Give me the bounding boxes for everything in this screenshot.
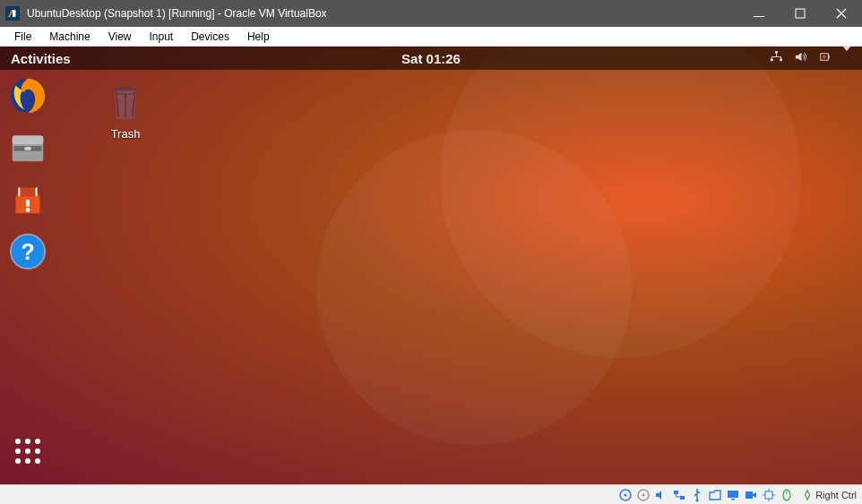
clock-label[interactable]: Sat 01:26 — [401, 51, 461, 66]
minimize-button[interactable] — [738, 0, 780, 27]
ubuntu-dock: ? — [0, 70, 56, 484]
close-button[interactable] — [821, 0, 862, 27]
dock-software[interactable] — [7, 179, 48, 220]
status-processor-icon[interactable] — [762, 488, 776, 502]
status-usb-icon[interactable] — [690, 488, 704, 502]
svg-rect-2 — [796, 9, 805, 18]
svg-point-21 — [625, 493, 627, 496]
svg-rect-5 — [780, 58, 782, 61]
svg-rect-25 — [680, 496, 685, 500]
chevron-down-icon[interactable] — [842, 51, 851, 65]
virtualbox-statusbar: Right Ctrl — [0, 484, 862, 504]
svg-point-14 — [26, 208, 30, 212]
menu-file[interactable]: File — [5, 29, 40, 45]
svg-point-23 — [642, 493, 645, 496]
host-key-label: Right Ctrl — [815, 490, 857, 500]
svg-text:?: ? — [21, 239, 34, 264]
volume-icon[interactable] — [794, 50, 807, 66]
menu-machine[interactable]: Machine — [40, 29, 99, 45]
status-network-icon[interactable] — [672, 488, 686, 502]
svg-rect-4 — [771, 58, 773, 61]
status-recording-icon[interactable] — [744, 488, 758, 502]
svg-rect-27 — [728, 491, 738, 498]
svg-rect-7 — [828, 56, 829, 59]
svg-rect-3 — [775, 51, 778, 54]
svg-rect-1 — [754, 16, 764, 17]
svg-rect-10 — [13, 136, 44, 145]
show-applications-button[interactable] — [7, 431, 48, 472]
guest-display[interactable]: Activities Sat 01:26 ? — [0, 47, 862, 484]
svg-rect-29 — [746, 491, 753, 499]
virtualbox-titlebar: UbuntuDesktop (Snapshot 1) [Running] - O… — [0, 0, 862, 27]
status-optical-icon[interactable] — [636, 488, 651, 502]
menu-view[interactable]: View — [99, 29, 141, 45]
desktop-trash-label: Trash — [90, 127, 161, 141]
desktop-trash[interactable]: Trash — [90, 82, 161, 141]
menu-help[interactable]: Help — [238, 29, 279, 45]
menu-input[interactable]: Input — [141, 29, 183, 45]
svg-rect-24 — [674, 491, 678, 494]
virtualbox-window-title: UbuntuDesktop (Snapshot 1) [Running] - O… — [27, 7, 327, 20]
dock-help[interactable]: ? — [7, 231, 48, 272]
network-icon[interactable] — [770, 50, 783, 66]
status-display-icon[interactable] — [726, 488, 740, 502]
menu-devices[interactable]: Devices — [182, 29, 238, 45]
system-status-area[interactable] — [770, 50, 862, 66]
maximize-button[interactable] — [780, 0, 821, 27]
status-shared-folders-icon[interactable] — [708, 488, 722, 502]
dock-files[interactable] — [7, 127, 48, 168]
trash-icon — [105, 82, 146, 124]
gnome-top-panel: Activities Sat 01:26 — [0, 47, 862, 70]
svg-rect-28 — [731, 499, 735, 500]
status-harddisk-icon[interactable] — [618, 488, 633, 502]
status-audio-icon[interactable] — [654, 488, 668, 502]
svg-rect-30 — [765, 491, 772, 499]
status-mouse-integration-icon[interactable] — [780, 488, 794, 502]
virtualbox-icon — [5, 6, 20, 21]
host-key-indicator[interactable]: Right Ctrl — [801, 489, 857, 501]
power-icon[interactable] — [818, 50, 832, 66]
svg-rect-13 — [26, 200, 30, 207]
svg-point-26 — [696, 499, 699, 501]
activities-button[interactable]: Activities — [0, 51, 82, 66]
svg-rect-12 — [24, 147, 31, 150]
virtualbox-menubar: File Machine View Input Devices Help — [0, 27, 862, 47]
dock-firefox[interactable] — [7, 75, 48, 116]
